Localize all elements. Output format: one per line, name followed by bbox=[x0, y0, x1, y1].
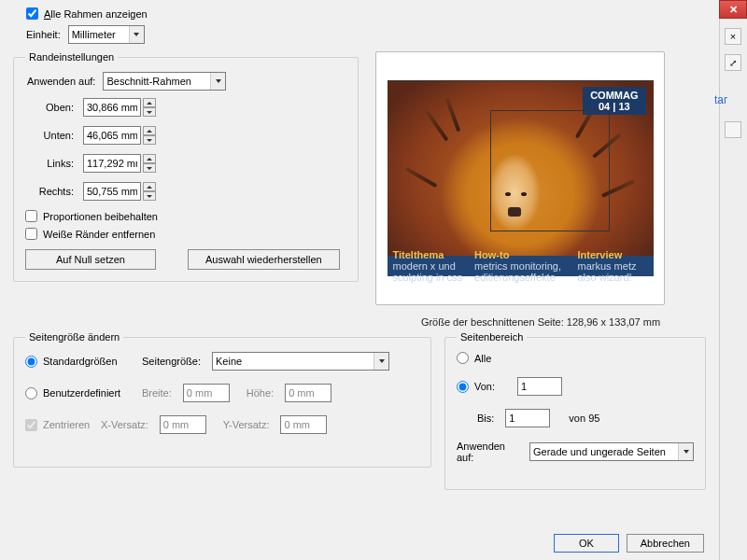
standard-sizes-label: Standardgrößen bbox=[43, 356, 136, 367]
crop-preview: COMMAG 04 | 13 Titelthemamodern x und sc… bbox=[375, 51, 665, 305]
toolbar-icon[interactable] bbox=[725, 121, 741, 138]
bottom-input[interactable] bbox=[83, 126, 141, 145]
from-input[interactable] bbox=[517, 377, 562, 396]
background-window-chrome: ✕ × tar bbox=[719, 0, 747, 560]
panel-close-icon[interactable]: × bbox=[725, 28, 741, 45]
right-label: Rechts: bbox=[29, 186, 74, 197]
range-apply-to-label: Anwenden auf: bbox=[457, 441, 518, 463]
page-count-text: von 95 bbox=[569, 413, 599, 424]
restore-selection-button[interactable]: Auswahl wiederherstellen bbox=[188, 249, 340, 270]
bottom-spinner[interactable] bbox=[143, 126, 156, 145]
left-label: Links: bbox=[29, 158, 74, 169]
page-range-legend: Seitenbereich bbox=[457, 331, 527, 343]
unit-select[interactable]: Millimeter bbox=[68, 25, 145, 44]
custom-radio[interactable] bbox=[25, 387, 37, 399]
top-input[interactable] bbox=[83, 98, 141, 117]
page-size-legend: Seitengröße ändern bbox=[25, 331, 123, 343]
page-size-fieldset: Seitengröße ändern Standardgrößen Seiten… bbox=[13, 331, 431, 468]
show-all-frames-label: Alle Rahmen anzeigen bbox=[44, 8, 148, 20]
preview-footer-bar: Titelthemamodern x und sculpting in css … bbox=[388, 256, 654, 276]
left-input[interactable] bbox=[83, 154, 141, 173]
center-label: Zentrieren bbox=[43, 419, 95, 430]
crop-pages-dialog: Alle Rahmen anzeigen Einheit: Millimeter… bbox=[0, 0, 719, 560]
standard-sizes-radio[interactable] bbox=[25, 356, 37, 368]
reset-to-zero-button[interactable]: Auf Null setzen bbox=[25, 249, 156, 270]
right-input[interactable] bbox=[83, 182, 141, 201]
range-apply-to-select[interactable]: Gerade und ungerade Seiten bbox=[529, 442, 694, 461]
to-input[interactable] bbox=[505, 409, 550, 427]
remove-white-label: Weiße Ränder entfernen bbox=[43, 229, 155, 240]
apply-to-label: Anwenden auf: bbox=[27, 76, 95, 87]
yoffset-input bbox=[280, 415, 327, 434]
from-label: Von: bbox=[474, 381, 512, 392]
custom-radio-label: Benutzerdefiniert bbox=[43, 387, 136, 399]
center-checkbox bbox=[25, 419, 37, 431]
width-label: Breite: bbox=[142, 387, 172, 399]
margins-fieldset: Randeinstellungen Anwenden auf: Beschnit… bbox=[13, 51, 359, 282]
from-radio[interactable] bbox=[457, 381, 469, 393]
xoffset-input bbox=[160, 415, 206, 434]
page-range-fieldset: Seitenbereich Alle Von: Bis: von 95 Anwe… bbox=[444, 331, 706, 490]
cropped-size-text: Größe der beschnittenen Seite: 128,96 x … bbox=[375, 316, 706, 328]
remove-white-checkbox[interactable] bbox=[25, 228, 37, 240]
cancel-button[interactable]: Abbrechen bbox=[627, 534, 704, 553]
top-spinner[interactable] bbox=[143, 98, 156, 117]
close-icon[interactable]: ✕ bbox=[719, 0, 747, 19]
margins-legend: Randeinstellungen bbox=[25, 51, 118, 63]
apply-to-select[interactable]: Beschnitt-Rahmen bbox=[103, 72, 226, 91]
right-spinner[interactable] bbox=[143, 182, 156, 201]
partial-text: tar bbox=[714, 93, 727, 106]
all-pages-label: Alle bbox=[474, 353, 491, 364]
page-size-select-label: Seitengröße: bbox=[142, 356, 201, 367]
bottom-label: Unten: bbox=[29, 130, 74, 141]
keep-proportions-checkbox[interactable] bbox=[25, 210, 37, 222]
height-input bbox=[285, 384, 331, 402]
page-size-select[interactable]: Keine bbox=[212, 352, 389, 371]
top-label: Oben: bbox=[29, 102, 74, 113]
xoffset-label: X-Versatz: bbox=[101, 419, 148, 430]
left-spinner[interactable] bbox=[143, 154, 156, 173]
width-input bbox=[183, 384, 230, 402]
expand-icon[interactable] bbox=[725, 54, 741, 71]
show-all-frames-checkbox[interactable] bbox=[26, 7, 38, 20]
all-pages-radio[interactable] bbox=[457, 352, 469, 364]
crop-rectangle[interactable] bbox=[490, 110, 610, 231]
keep-proportions-label: Proportionen beibehalten bbox=[43, 211, 158, 222]
to-label: Bis: bbox=[477, 413, 494, 424]
height-label: Höhe: bbox=[247, 387, 274, 399]
unit-label: Einheit: bbox=[26, 29, 61, 40]
ok-button[interactable]: OK bbox=[554, 534, 619, 553]
yoffset-label: Y-Versatz: bbox=[223, 419, 270, 430]
